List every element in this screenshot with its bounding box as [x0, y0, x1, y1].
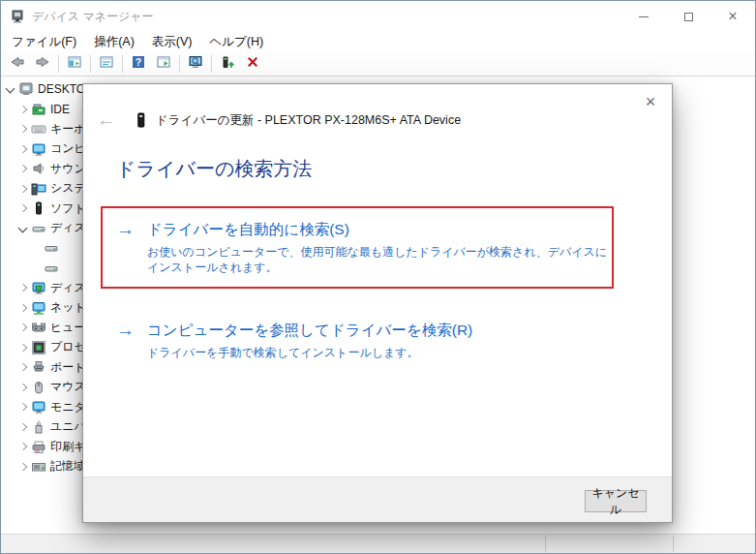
chevron-right-icon[interactable]	[17, 401, 29, 413]
monitor-icon	[31, 399, 46, 415]
tree-label: サウン	[50, 161, 86, 177]
chevron-right-icon[interactable]	[17, 302, 29, 314]
show-action-pane-button[interactable]	[151, 53, 176, 75]
arrow-right-icon: →	[116, 320, 147, 341]
scan-hardware-changes-button[interactable]	[183, 53, 208, 75]
device-manager-window: デバイス マネージャー × ファイル(F)操作(A)表示(V)ヘルプ(H) ? …	[0, 0, 756, 554]
svg-text:?: ?	[136, 56, 141, 68]
option-description: ドライバーを手動で検索してインストールします。	[147, 345, 610, 360]
chevron-right-icon[interactable]	[17, 361, 29, 373]
scan-hardware-changes-icon	[188, 54, 203, 74]
window-controls: ×	[621, 1, 755, 32]
forward-button[interactable]	[30, 53, 55, 75]
chevron-none	[30, 242, 42, 254]
toolbar: ?	[1, 52, 755, 77]
monitor-icon	[31, 141, 46, 157]
tree-label: システ	[50, 180, 86, 197]
update-driver-button[interactable]	[215, 53, 240, 75]
chevron-right-icon[interactable]	[17, 202, 29, 214]
usb-icon	[31, 419, 46, 435]
chevron-right-icon[interactable]	[17, 461, 29, 473]
processor-icon	[31, 340, 46, 355]
chevron-down-icon[interactable]	[17, 223, 29, 234]
tree-label: IDE	[50, 103, 70, 116]
tree-label: ソフト	[50, 200, 86, 217]
toolbar-separator	[122, 55, 123, 73]
tree-label: マウス	[50, 379, 86, 395]
maximize-button[interactable]	[666, 1, 711, 32]
close-icon: ×	[728, 9, 737, 24]
forward-icon	[35, 54, 50, 74]
properties-button[interactable]	[94, 53, 119, 75]
tree-label: ディス	[50, 280, 86, 296]
update-driver-dialog: × ← ドライバーの更新 - PLEXTOR PX-128M6S+ ATA De…	[82, 83, 673, 523]
update-driver-icon	[220, 54, 235, 74]
chevron-right-icon[interactable]	[17, 163, 29, 174]
minimize-button[interactable]	[621, 1, 666, 32]
statusbar-separator	[673, 536, 674, 552]
tree-label: ネット	[50, 299, 86, 316]
tree-label: モニタ	[50, 399, 86, 416]
storage-controller-icon	[31, 459, 46, 475]
chevron-right-icon[interactable]	[17, 322, 29, 333]
chevron-down-icon[interactable]	[5, 83, 16, 95]
menu-item[interactable]: ヘルプ(H)	[200, 32, 272, 52]
dialog-footer: キャンセル	[83, 477, 672, 522]
uninstall-device-icon	[245, 54, 260, 74]
back-icon	[10, 54, 25, 74]
uninstall-device-button[interactable]	[240, 53, 265, 75]
toolbar-separator	[58, 55, 59, 73]
network-adapter-icon	[31, 300, 46, 316]
minimize-icon	[639, 16, 649, 17]
back-button[interactable]	[5, 53, 30, 75]
show-console-tree-button[interactable]	[62, 53, 87, 75]
menubar: ファイル(F)操作(A)表示(V)ヘルプ(H)	[1, 32, 755, 52]
tree-label: ヒュー	[50, 320, 86, 336]
menu-item[interactable]: 操作(A)	[85, 32, 143, 52]
tree-label: ポート	[50, 359, 86, 376]
maximize-icon	[684, 13, 693, 21]
tree-label: キーボ	[50, 121, 86, 138]
chevron-none	[30, 262, 42, 274]
dialog-heading: ドライバーの検索方法	[116, 156, 312, 182]
help-icon: ?	[131, 54, 146, 74]
help-button[interactable]: ?	[126, 53, 151, 75]
arrow-right-icon: →	[116, 219, 147, 240]
drive-device-icon	[134, 112, 147, 129]
dialog-back-button[interactable]: ←	[97, 109, 122, 131]
chevron-right-icon[interactable]	[17, 342, 29, 354]
option-browse-computer[interactable]: → コンピューターを参照してドライバーを検索(R) ドライバーを手動で検索してイ…	[116, 320, 649, 360]
tree-label: プロセ	[50, 339, 86, 355]
display-adapter-icon	[31, 280, 46, 295]
keyboard-icon	[31, 121, 46, 137]
print-queue-icon	[31, 439, 46, 454]
show-console-tree-icon	[67, 54, 82, 74]
chevron-right-icon[interactable]	[17, 123, 29, 135]
tree-label: 記憶域	[50, 458, 85, 475]
software-device-icon	[31, 200, 46, 216]
toolbar-separator	[179, 55, 180, 73]
tree-label: 印刷キ	[50, 439, 85, 455]
chevron-right-icon[interactable]	[17, 421, 29, 433]
chevron-right-icon[interactable]	[17, 282, 29, 293]
disk-drive-icon	[31, 221, 46, 236]
option-search-automatically[interactable]: → ドライバーを自動的に検索(S) お使いのコンピューターで、使用可能な最も適し…	[116, 219, 649, 275]
close-button[interactable]: ×	[711, 1, 755, 32]
dialog-close-button[interactable]: ×	[637, 90, 664, 113]
option-label: コンピューターを参照してドライバーを検索(R)	[147, 320, 472, 341]
option-label: ドライバーを自動的に検索(S)	[147, 219, 349, 240]
menu-item[interactable]: 表示(V)	[143, 32, 201, 52]
computer-icon	[18, 81, 34, 97]
chevron-right-icon[interactable]	[17, 382, 29, 393]
chevron-right-icon[interactable]	[17, 183, 29, 195]
system-devices-icon	[31, 181, 46, 197]
show-action-pane-icon	[156, 54, 171, 74]
chevron-right-icon[interactable]	[17, 143, 29, 155]
dialog-header: ← ドライバーの更新 - PLEXTOR PX-128M6S+ ATA Devi…	[97, 109, 461, 131]
speaker-icon	[31, 161, 46, 176]
tree-label: ユニバ	[50, 418, 86, 435]
chevron-right-icon[interactable]	[17, 104, 29, 115]
cancel-button[interactable]: キャンセル	[585, 490, 647, 512]
menu-item[interactable]: ファイル(F)	[3, 32, 85, 52]
chevron-right-icon[interactable]	[17, 441, 29, 452]
